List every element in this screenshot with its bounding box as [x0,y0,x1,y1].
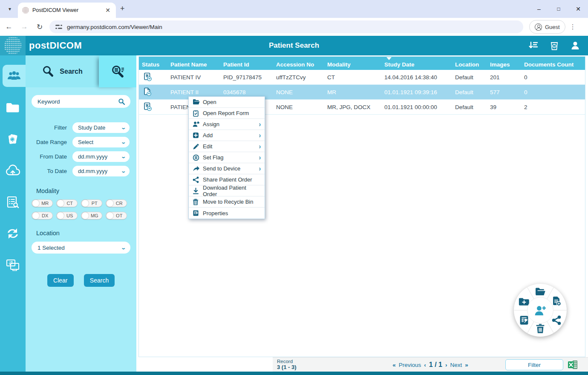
documents-count-cell: 0 [521,74,585,81]
table-row[interactable]: PATIENT IV PID_97178475 uffTzZTCvy CT 14… [139,70,585,85]
submenu-arrow-icon: › [259,153,261,162]
window-minimize-button[interactable]: – [529,0,549,18]
user-account-icon[interactable] [570,40,580,51]
sort-download-queue-icon[interactable] [528,40,539,51]
sidebar-item-patients[interactable] [3,65,26,87]
reload-button[interactable]: ↻ [33,20,46,33]
from-date-select[interactable]: dd.mm.yyyy⌄ [72,151,130,162]
modality-toggle-dx[interactable]: DX [32,212,53,219]
radial-open-button[interactable] [534,286,546,298]
filter-button[interactable]: Filter [505,359,563,370]
sidebar-item-remote-devices[interactable] [0,254,26,276]
share-icon [193,176,203,183]
last-page-icon[interactable]: » [465,362,468,368]
radial-share-button[interactable] [551,314,562,326]
export-excel-button[interactable] [568,360,578,370]
modality-toggle-ot[interactable]: OT [106,212,127,219]
back-button[interactable]: ← [3,20,15,33]
assign-user-icon [193,121,203,127]
report-status-icon [143,87,153,97]
col-accession-no[interactable]: Accession No [273,57,324,70]
window-close-button[interactable]: ✕ [568,0,588,18]
location-select[interactable]: 1 Selected ⌄ [32,242,130,254]
first-page-icon[interactable]: « [392,362,396,368]
modality-label: Modality [36,188,136,194]
modality-toggle-ct[interactable]: CT [56,199,78,207]
search-button[interactable]: Search [84,274,115,287]
modality-toggle-pt[interactable]: PT [81,199,102,207]
patients-icon [7,69,21,82]
col-patient-id[interactable]: Patient Id [220,57,273,70]
favicon-icon [22,7,29,14]
radial-delete-button[interactable] [534,322,546,334]
study-date-cell: 14.04.2016 14:38:40 [381,74,452,81]
tab-close-icon[interactable]: ✕ [104,6,112,14]
send-arrow-icon [193,165,203,172]
sidebar-item-sync[interactable] [0,222,26,245]
tab-advanced-search[interactable] [99,55,136,87]
previous-page-icon[interactable]: ‹ [424,362,426,368]
col-status[interactable]: Status [139,57,167,70]
filter-select[interactable]: Study Date⌄ [72,122,130,133]
col-documents-count[interactable]: Documents Count [521,57,585,70]
address-bar[interactable]: germany.postdicom.com/Viewer/Main [49,20,523,33]
menu-item-open[interactable]: Open [189,97,265,108]
menu-item-set-flag[interactable]: Set Flag › [189,152,265,163]
menu-item-assign[interactable]: Assign › [189,119,265,130]
col-study-date[interactable]: Study Date [381,57,452,70]
documents-count-cell: 0 [521,89,585,95]
menu-item-add[interactable]: Add › [189,130,265,141]
modality-toggle-mg[interactable]: MG [81,212,102,219]
keyword-search-icon[interactable] [118,98,125,105]
col-location[interactable]: Location [452,57,487,70]
menu-item-properties[interactable]: Properties [189,208,265,219]
menu-item-open-report-form[interactable]: Open Report Form [189,108,265,119]
menu-item-download-patient-order[interactable]: Download Patient Order [189,185,265,196]
study-date-cell: 01.01.1921 00:00:00 [381,104,452,110]
tab-title: PostDICOM Viewer [32,7,104,13]
menu-item-move-to-recycle-bin[interactable]: Move to Recycle Bin [189,196,265,208]
accession-no-cell: NONE [273,104,324,110]
next-page-button[interactable]: Next [450,362,462,368]
menu-item-edit[interactable]: Edit › [189,141,265,152]
profile-label: Guest [545,24,560,30]
context-menu: Open Open Report Form Assign › Add › Edi… [188,96,265,219]
tab-basic-search[interactable]: Search [26,55,99,87]
properties-icon [519,315,529,326]
modality-toggle-cr[interactable]: CR [106,199,127,207]
sidebar-item-upload[interactable] [0,159,26,182]
sidebar-item-folders[interactable] [0,96,26,118]
patient-id-cell: 0345678 [220,89,273,95]
table-footer: Record 3 (1 - 3) « Previous ‹ 1 / 1 › Ne… [273,357,588,372]
keyword-input[interactable] [37,98,118,105]
cloud-upload-icon [6,164,20,176]
profile-button[interactable]: Guest [529,20,565,34]
window-maximize-button[interactable]: □ [549,0,568,18]
report-status-icon [143,72,153,82]
previous-page-button[interactable]: Previous [399,362,421,368]
col-modality[interactable]: Modality [324,57,381,70]
recycle-bin-icon[interactable] [550,40,559,51]
next-page-icon[interactable]: › [445,362,447,368]
col-patient-name[interactable]: Patient Name [167,57,220,70]
col-images[interactable]: Images [487,57,521,70]
browser-menu-button[interactable]: ⋮ [570,23,576,31]
sidebar-item-studies[interactable] [0,128,26,150]
forward-button[interactable]: → [18,20,31,33]
browser-tab[interactable]: PostDICOM Viewer ✕ [18,3,116,18]
menu-item-share-patient-order[interactable]: Share Patient Order [189,174,265,185]
menu-item-send-to-device[interactable]: Send to Device › [189,163,265,174]
modality-toggle-us[interactable]: US [56,212,78,219]
assign-user-icon [534,305,547,316]
sidebar-item-order-list[interactable] [0,191,26,213]
to-date-select[interactable]: dd.mm.yyyy⌄ [72,166,130,176]
patient-name-cell: PATIENT IV [167,74,220,81]
new-tab-button[interactable]: + [120,5,125,12]
date-range-select[interactable]: Select⌄ [72,137,130,147]
radial-assign-button[interactable] [527,297,553,323]
modality-toggle-mr[interactable]: MR [32,199,53,207]
site-settings-icon[interactable] [55,24,63,30]
clear-button[interactable]: Clear [47,274,74,287]
tab-search-chevron-icon[interactable]: ▾ [4,3,15,14]
location-label: Location [36,230,136,237]
